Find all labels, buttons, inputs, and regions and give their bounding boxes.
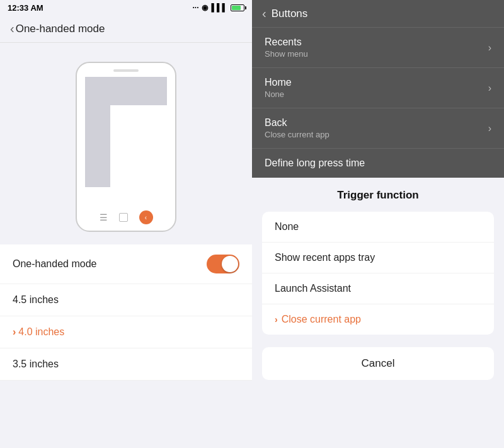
settings-list: One-handed mode 4.5 inches › 4.0 inches … (0, 244, 252, 448)
trigger-option-assistant[interactable]: Launch Assistant (262, 273, 494, 304)
recents-menu-item[interactable]: Recents Show menu › (252, 28, 504, 68)
status-time: 12:33 AM (8, 3, 43, 13)
home-subtitle: None (265, 89, 292, 99)
chevron-right-icon: › (488, 42, 491, 54)
size-option-4-5[interactable]: 4.5 inches (0, 284, 252, 316)
back-icon: ‹ (139, 210, 153, 224)
phone-speaker (113, 69, 139, 72)
home-title: Home (265, 77, 292, 88)
one-handed-mode-toggle[interactable] (207, 255, 239, 273)
trigger-title: Trigger function (252, 178, 504, 208)
back-menu-item[interactable]: Back Close current app › (252, 108, 504, 149)
size-label-3-5: 3.5 inches (13, 359, 59, 369)
battery-icon (231, 4, 244, 11)
buttons-title: Buttons (272, 8, 308, 20)
trigger-none-label: None (275, 221, 299, 232)
one-handed-mode-label: One-handed mode (13, 258, 96, 270)
phone-preview: ☰ ‹ (0, 43, 252, 244)
phone-hardware-buttons: ☰ ‹ (100, 210, 153, 224)
toggle-knob (222, 256, 238, 272)
trigger-options-list: None Show recent apps tray Launch Assist… (262, 212, 494, 335)
size-label-4-5: 4.5 inches (13, 294, 59, 305)
size-option-3-5[interactable]: 3.5 inches (0, 348, 252, 381)
signal-dots-icon: ··· (192, 3, 198, 12)
home-menu-item[interactable]: Home None › (252, 68, 504, 108)
define-long-press-item[interactable]: Define long press time (252, 149, 504, 178)
one-handed-mode-setting: One-handed mode (0, 244, 252, 284)
buttons-overlay: ‹ Buttons Recents Show menu › Home None … (252, 0, 504, 178)
trigger-assistant-label: Launch Assistant (275, 283, 351, 294)
size-label-4-0: 4.0 inches (18, 326, 64, 338)
nav-bar: ‹ One-handed mode (0, 15, 252, 43)
menu-icon: ☰ (100, 212, 108, 222)
phone-screen (85, 77, 167, 187)
trigger-option-recent-apps[interactable]: Show recent apps tray (262, 243, 494, 273)
buttons-nav: ‹ Buttons (252, 0, 504, 28)
page-title: One-handed mode (16, 23, 105, 35)
trigger-section: Trigger function None Show recent apps t… (252, 178, 504, 448)
cancel-button[interactable]: Cancel (262, 347, 494, 380)
chevron-right-icon-back: › (488, 123, 491, 134)
status-icons: ··· ◉ ▌▌▌ (192, 3, 244, 12)
back-arrow-icon: ‹ (10, 21, 14, 36)
status-bar: 12:33 AM ··· ◉ ▌▌▌ (0, 0, 252, 15)
wifi-icon: ◉ (202, 3, 208, 12)
trigger-option-close-app[interactable]: › Close current app (262, 304, 494, 335)
back-button[interactable]: ‹ (10, 21, 16, 36)
define-long-press-label: Define long press time (265, 158, 491, 169)
active-indicator-icon: › (13, 326, 16, 338)
trigger-close-app-label: Close current app (282, 314, 361, 325)
buttons-back-icon[interactable]: ‹ (262, 6, 266, 21)
back-title: Back (265, 117, 329, 129)
size-option-4-0[interactable]: › 4.0 inches (0, 316, 252, 348)
recents-subtitle: Show menu (265, 49, 308, 59)
left-panel: 12:33 AM ··· ◉ ▌▌▌ ‹ One-handed mode ☰ ‹ (0, 0, 252, 448)
phone-illustration: ☰ ‹ (76, 62, 176, 232)
chevron-right-icon-home: › (488, 83, 491, 94)
trigger-recent-apps-label: Show recent apps tray (275, 252, 375, 263)
recents-title: Recents (265, 37, 308, 48)
selected-indicator-icon: › (275, 314, 278, 325)
right-panel: ‹ Buttons Recents Show menu › Home None … (252, 0, 504, 448)
trigger-option-none[interactable]: None (262, 212, 494, 243)
home-icon (119, 213, 128, 222)
back-subtitle: Close current app (265, 130, 329, 139)
phone-screen-inner (110, 105, 167, 187)
signal-bars-icon: ▌▌▌ (211, 3, 227, 12)
